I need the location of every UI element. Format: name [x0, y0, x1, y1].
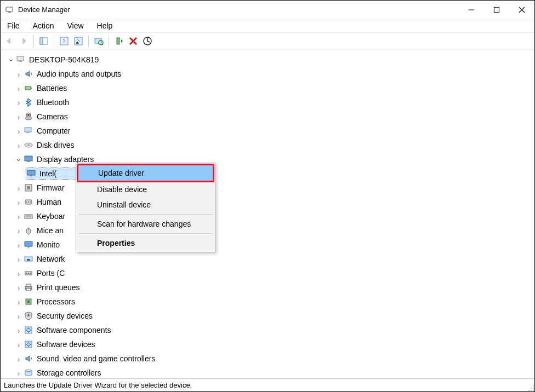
tree-category[interactable]: Cameras	[5, 109, 534, 124]
svg-rect-34	[27, 186, 30, 189]
context-menu-item-label: Properties	[97, 239, 135, 247]
chevron-right-icon[interactable]	[15, 354, 22, 364]
menu-view[interactable]: View	[65, 20, 86, 31]
tree-category[interactable]: Processors	[5, 295, 534, 309]
chevron-right-icon[interactable]	[15, 226, 22, 235]
tree-category-label: Network	[37, 255, 65, 263]
status-bar: Launches the Update Driver Wizard for th…	[1, 378, 534, 391]
tree-category[interactable]: Storage controllers	[5, 366, 534, 378]
chevron-right-icon[interactable]	[15, 297, 22, 307]
svg-rect-47	[27, 259, 30, 261]
context-menu-item-scan-hardware[interactable]: Scan for hardware changes	[77, 216, 214, 232]
svg-point-74	[528, 390, 530, 391]
mouse-icon	[24, 226, 33, 235]
disk-icon	[24, 140, 33, 150]
toolbar-separator	[54, 36, 54, 47]
tree-category[interactable]: Software components	[5, 323, 534, 337]
show-hide-console-btn[interactable]	[37, 34, 50, 48]
tree-category[interactable]: Print queues	[5, 280, 534, 295]
svg-rect-21	[31, 88, 32, 89]
svg-rect-29	[25, 156, 32, 161]
computer-icon	[16, 55, 26, 65]
menu-file[interactable]: File	[5, 20, 22, 31]
svg-rect-1	[8, 11, 11, 13]
help-btn[interactable]: ?	[58, 34, 71, 48]
chevron-right-icon[interactable]	[15, 368, 22, 378]
svg-rect-50	[28, 273, 29, 274]
chevron-right-icon[interactable]	[15, 98, 22, 107]
resize-grip-icon[interactable]	[527, 384, 534, 391]
window-title: Device Manager	[18, 5, 70, 14]
root-node[interactable]: DESKTOP-504K819	[5, 53, 534, 67]
tree-category-label: Computer	[37, 126, 70, 135]
tree-category-label: Human	[37, 198, 61, 206]
chevron-right-icon[interactable]	[15, 340, 22, 349]
device-manager-icon	[5, 5, 14, 14]
chevron-right-icon[interactable]	[15, 326, 22, 335]
context-menu-item-label: Uninstall device	[97, 200, 151, 209]
network-icon	[24, 254, 33, 264]
chevron-right-icon[interactable]	[15, 312, 22, 321]
tree-category[interactable]: Batteries	[5, 81, 534, 95]
svg-rect-19	[19, 61, 22, 62]
svg-point-71	[533, 385, 534, 387]
tree-category-label: Audio inputs and outputs	[37, 70, 121, 78]
chevron-right-icon[interactable]	[15, 269, 22, 278]
chevron-right-icon[interactable]	[15, 283, 22, 292]
chevron-right-icon[interactable]	[15, 198, 22, 207]
context-menu: Update driver Disable device Uninstall d…	[76, 163, 215, 252]
svg-rect-25	[25, 128, 31, 132]
chevron-right-icon[interactable]	[15, 141, 22, 150]
tree-category[interactable]: Ports (C	[5, 266, 534, 280]
svg-rect-31	[27, 170, 35, 175]
minimize-button[interactable]	[459, 1, 484, 19]
update-driver-btn[interactable]	[112, 34, 126, 48]
chevron-right-icon[interactable]	[15, 126, 22, 136]
chevron-right-icon[interactable]	[15, 84, 22, 93]
svg-point-36	[26, 201, 27, 203]
close-button[interactable]	[509, 1, 534, 19]
tree-category[interactable]: Audio inputs and outputs	[5, 67, 534, 81]
context-menu-item-update-driver[interactable]: Update driver	[77, 164, 214, 182]
disable-device-btn[interactable]	[141, 34, 154, 48]
menu-help[interactable]: Help	[95, 20, 115, 31]
context-menu-item-properties[interactable]: Properties	[77, 235, 214, 251]
software-icon	[24, 325, 33, 335]
chevron-down-icon[interactable]	[15, 155, 22, 164]
title-bar: Device Manager	[1, 1, 534, 19]
svg-point-76	[533, 390, 534, 391]
chevron-right-icon[interactable]	[15, 112, 22, 122]
software-icon	[24, 339, 33, 349]
svg-rect-53	[26, 284, 31, 286]
tree-category[interactable]: Bluetooth	[5, 95, 534, 109]
chevron-right-icon[interactable]	[15, 183, 22, 193]
chevron-right-icon[interactable]	[15, 240, 22, 250]
maximize-button[interactable]	[484, 1, 509, 19]
uninstall-device-btn[interactable]	[127, 34, 140, 48]
svg-text:?: ?	[63, 38, 66, 44]
properties-btn[interactable]	[72, 34, 85, 48]
status-bar-text: Launches the Update Driver Wizard for th…	[4, 381, 192, 389]
tree-category[interactable]: Software devices	[5, 337, 534, 351]
svg-rect-51	[30, 273, 31, 274]
chevron-right-icon[interactable]	[15, 212, 22, 221]
tree-category[interactable]: Computer	[5, 124, 534, 138]
chevron-right-icon[interactable]	[15, 70, 22, 79]
tree-category[interactable]: Disk drives	[5, 138, 534, 152]
menu-action[interactable]: Action	[31, 20, 56, 31]
chevron-right-icon[interactable]	[15, 255, 22, 264]
tree-category[interactable]: Sound, video and game controllers	[5, 351, 534, 366]
svg-point-73	[533, 388, 534, 389]
svg-rect-32	[30, 175, 32, 176]
scan-hardware-changes-btn[interactable]	[92, 34, 105, 48]
storage-icon	[24, 368, 33, 378]
tree-category-label: Keyboar	[37, 212, 65, 221]
tree-category-label: Sound, video and game controllers	[37, 354, 155, 363]
svg-point-57	[27, 314, 30, 316]
tree-category[interactable]: Network	[5, 252, 534, 266]
context-menu-item-uninstall-device[interactable]: Uninstall device	[77, 197, 214, 212]
context-menu-item-disable-device[interactable]: Disable device	[77, 182, 214, 197]
camera-icon	[24, 112, 33, 122]
chevron-down-icon[interactable]	[7, 55, 15, 64]
tree-category[interactable]: Security devices	[5, 309, 534, 323]
